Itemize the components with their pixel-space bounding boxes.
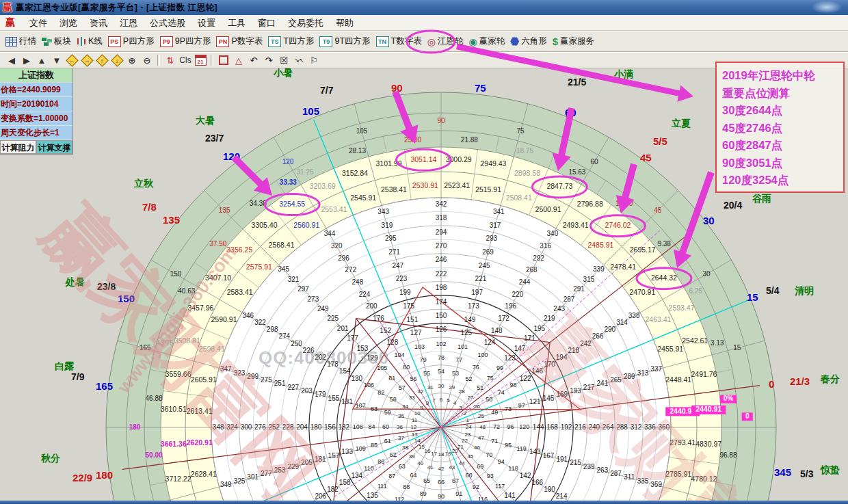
price-mult-cell-opposite: 3661.36 bbox=[161, 440, 187, 448]
menu-item-3[interactable]: 江恩 bbox=[114, 16, 144, 29]
converge-button[interactable]: ↘↖ bbox=[292, 54, 306, 66]
9t-square-button[interactable]: T99T四方形 bbox=[319, 36, 370, 47]
menu-bar: 赢 文件浏览资讯江恩公式选股设置工具窗口交易委托帮助 bbox=[0, 15, 848, 31]
wheel-number: 296 bbox=[338, 254, 349, 262]
pointer-flag-button[interactable]: ⚐ bbox=[307, 54, 321, 66]
menu-item-7[interactable]: 窗口 bbox=[252, 16, 282, 29]
hexagon-button[interactable]: 六角形 bbox=[510, 36, 547, 47]
t-square-button[interactable]: TST四方形 bbox=[268, 36, 314, 47]
gann-wheel-button[interactable]: ◎江恩轮 bbox=[427, 36, 464, 47]
wheel-number: 3 bbox=[459, 405, 462, 411]
wheel-number: 56 bbox=[410, 375, 416, 382]
quotes-button[interactable]: 行情 bbox=[5, 36, 36, 47]
wheel-number: 99 bbox=[496, 364, 503, 371]
wheel-number: 149 bbox=[464, 316, 476, 323]
wheel-number: 34 bbox=[402, 403, 408, 410]
wheel-number: 44 bbox=[459, 460, 465, 466]
wheel-number: 201 bbox=[337, 325, 349, 332]
grid-icon bbox=[5, 37, 17, 47]
nav-left-button[interactable]: ◀ bbox=[5, 54, 18, 66]
wheel-number: 342 bbox=[436, 200, 447, 208]
separator bbox=[157, 55, 160, 66]
wheel-number: 87 bbox=[388, 473, 395, 479]
wheel-number: 216 bbox=[574, 423, 586, 431]
wheel-number: 167 bbox=[543, 452, 555, 460]
nav-up-button[interactable]: ▲ bbox=[35, 54, 49, 66]
winner-wheel-button[interactable]: ◉赢家轮 bbox=[468, 36, 505, 47]
zoom-in-button[interactable]: ⊕ bbox=[125, 54, 139, 66]
wheel-number: 43 bbox=[449, 464, 455, 470]
rotate-ccw-button[interactable]: ↶ bbox=[247, 54, 261, 66]
price-add-cell-opposite: 2620.91 bbox=[187, 438, 213, 447]
wheel-number: 297 bbox=[297, 285, 309, 293]
pan-down-button[interactable]: ↓ bbox=[110, 54, 124, 66]
calendar-button[interactable]: 21 bbox=[194, 54, 207, 66]
winner-service-button[interactable]: $赢家服务 bbox=[553, 36, 594, 47]
scale-button[interactable]: ⇅ bbox=[163, 54, 177, 66]
wheel-number: 343 bbox=[377, 208, 389, 215]
9t-square-button-label: 9T四方形 bbox=[334, 36, 370, 47]
zoom-out-button[interactable]: ⊖ bbox=[140, 54, 154, 66]
t-table-button[interactable]: TNT数字表 bbox=[376, 36, 422, 47]
percent-cell-current: 0% bbox=[724, 395, 734, 402]
pan-up-button[interactable]: ↑ bbox=[95, 54, 109, 66]
delete-box-button[interactable]: ☒ bbox=[277, 54, 291, 66]
percent-cell: 25.00 bbox=[404, 136, 421, 144]
panel-row-3: 周天变化步长=1 bbox=[0, 126, 72, 140]
sectors-button[interactable]: 板块 bbox=[42, 36, 71, 47]
wheel-number: 193 bbox=[570, 387, 581, 395]
kline-button[interactable]: K线 bbox=[77, 36, 103, 47]
wheel-number: 121 bbox=[529, 398, 541, 406]
cls-button[interactable]: Cls bbox=[178, 54, 192, 66]
9p-square-button[interactable]: P99P四方形 bbox=[160, 36, 211, 47]
square-tool-button[interactable] bbox=[217, 54, 230, 66]
degree-cell: 15 bbox=[733, 344, 741, 352]
menu-item-6[interactable]: 工具 bbox=[222, 16, 252, 29]
menu-item-8[interactable]: 交易委托 bbox=[282, 16, 330, 29]
winner-service-button-label: 赢家服务 bbox=[560, 36, 594, 47]
wheel-number: 135 bbox=[367, 492, 378, 499]
wheel-number: 323 bbox=[234, 369, 246, 377]
wheel-number: 228 bbox=[282, 423, 294, 431]
price-add-cell: 2628.41 bbox=[191, 470, 217, 478]
price-mult-cell: 3305.40 bbox=[252, 221, 278, 229]
t-table-button-label: T数字表 bbox=[391, 36, 422, 47]
menu-item-9[interactable]: 帮助 bbox=[330, 16, 360, 29]
wheel-number: 313 bbox=[637, 369, 649, 377]
wheel-number: 39 bbox=[409, 453, 415, 460]
wheel-number: 131 bbox=[341, 398, 353, 406]
p-table-button[interactable]: PNP数字表 bbox=[216, 36, 263, 47]
calc-resistance-button[interactable]: 计算阻力 bbox=[0, 140, 36, 154]
menu-item-5[interactable]: 设置 bbox=[191, 16, 222, 29]
rotate-cw-button[interactable]: ↷ bbox=[262, 54, 276, 66]
pan-right-button[interactable]: → bbox=[80, 54, 94, 66]
wheel-number: 229 bbox=[287, 463, 299, 470]
price-add-cell: 2598.41 bbox=[199, 345, 225, 353]
price-add-cell: 2515.91 bbox=[475, 185, 501, 194]
wheel-number: 33 bbox=[409, 395, 415, 401]
titlebar-glow bbox=[811, 1, 843, 14]
price-add-cell: 2448.41 bbox=[665, 375, 691, 384]
wheel-number: 217 bbox=[583, 384, 595, 391]
wheel-number: 65 bbox=[423, 477, 430, 484]
wheel-number: 81 bbox=[388, 375, 395, 382]
calc-support-button[interactable]: 计算支撑 bbox=[36, 140, 72, 154]
wheel-number: 245 bbox=[479, 262, 490, 269]
pan-left-button[interactable]: ← bbox=[65, 54, 79, 66]
degree-cell-current: 0 bbox=[745, 412, 750, 420]
menu-item-0[interactable]: 文件 bbox=[23, 16, 53, 29]
nav-down-button[interactable]: ▼ bbox=[50, 54, 64, 66]
wheel-number: 95 bbox=[505, 442, 512, 449]
percent-cell: 12.50 bbox=[615, 200, 633, 207]
p-square-button[interactable]: PSP四方形 bbox=[108, 36, 155, 47]
triangle-tool-button[interactable]: △ bbox=[232, 54, 246, 66]
sectors-button-label: 板块 bbox=[54, 36, 71, 47]
menu-item-4[interactable]: 公式选股 bbox=[144, 16, 191, 29]
nav-right-button[interactable]: ▶ bbox=[20, 54, 34, 66]
wheel-number: 35 bbox=[398, 413, 404, 419]
percent-cell: 34.38 bbox=[250, 200, 267, 207]
wheel-number: 320 bbox=[331, 242, 343, 250]
price-add-cell: 2793.41 bbox=[670, 438, 695, 447]
menu-item-2[interactable]: 资讯 bbox=[83, 16, 114, 29]
menu-item-1[interactable]: 浏览 bbox=[53, 16, 83, 29]
